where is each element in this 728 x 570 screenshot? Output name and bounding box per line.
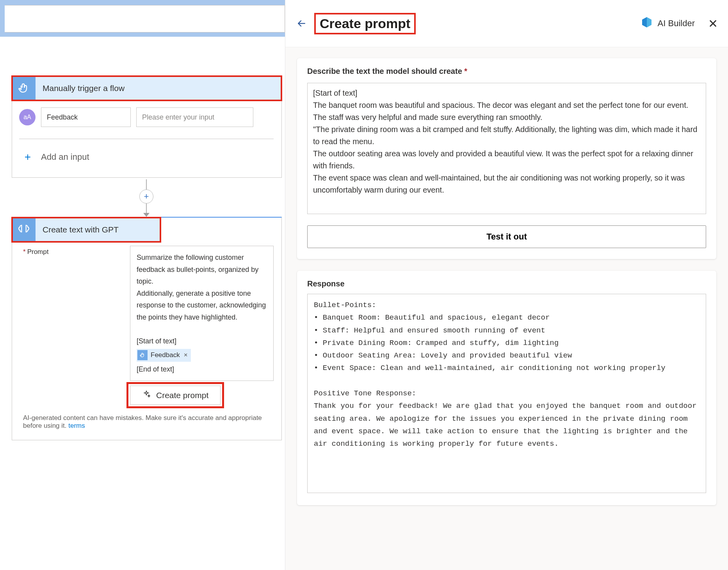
dynamic-content-chip[interactable]: Feedback ×: [137, 349, 191, 362]
sparkle-icon: [142, 390, 151, 400]
touch-icon: [12, 76, 36, 100]
trigger-title: Manually trigger a flow: [43, 84, 125, 93]
action-header[interactable]: Create text with GPT: [12, 218, 160, 242]
flow-designer: Manually trigger a flow aA Feedback Plea…: [0, 0, 285, 570]
create-prompt-panel: Create prompt AI Builder ✕ Describe the …: [285, 0, 728, 570]
touch-icon: [137, 350, 148, 360]
close-button[interactable]: ✕: [708, 17, 718, 30]
chip-label: Feedback: [151, 350, 180, 361]
create-prompt-button[interactable]: Create prompt: [130, 386, 221, 405]
top-search-input[interactable]: [5, 5, 285, 32]
panel-body: Describe the text the model should creat…: [285, 47, 728, 570]
plus-icon: +: [21, 151, 35, 163]
add-input-button[interactable]: + Add an input: [19, 148, 274, 168]
top-search-bar: [0, 0, 285, 37]
describe-card: Describe the text the model should creat…: [297, 58, 716, 259]
panel-title: Create prompt: [317, 15, 413, 32]
ai-builder-logo-icon: [641, 16, 653, 31]
ai-builder-brand: AI Builder: [641, 16, 695, 31]
connector: +: [12, 179, 281, 217]
arrow-down-icon: [143, 213, 150, 217]
add-step-button[interactable]: +: [139, 189, 153, 204]
test-it-out-button[interactable]: Test it out: [307, 225, 706, 248]
brain-icon: [12, 218, 36, 242]
action-body: *Prompt Summarize the following customer…: [12, 242, 281, 440]
flow-canvas: Manually trigger a flow aA Feedback Plea…: [0, 37, 285, 440]
end-marker: [End of text]: [137, 363, 267, 375]
prompt-line2: Additionally, generate a positive tone r…: [137, 288, 267, 323]
terms-link[interactable]: terms: [68, 422, 85, 429]
response-output[interactable]: [307, 294, 706, 493]
add-input-label: Add an input: [41, 152, 89, 162]
describe-label: Describe the text the model should creat…: [307, 67, 706, 76]
response-label: Response: [307, 279, 706, 288]
panel-header: Create prompt AI Builder ✕: [285, 0, 728, 47]
text-type-icon: aA: [19, 109, 36, 125]
trigger-body: aA Feedback Please enter your input + Ad…: [12, 100, 281, 177]
chip-remove-icon[interactable]: ×: [184, 350, 188, 361]
prompt-field-label: *Prompt: [23, 248, 48, 256]
param-name-input[interactable]: Feedback: [41, 107, 131, 127]
trigger-card: Manually trigger a flow aA Feedback Plea…: [12, 76, 282, 178]
response-card: Response: [297, 271, 716, 505]
describe-textarea[interactable]: [307, 83, 706, 214]
start-marker: [Start of text]: [137, 335, 267, 347]
divider: [19, 139, 274, 139]
ai-disclaimer: AI-generated content can have mistakes. …: [23, 414, 274, 430]
back-button[interactable]: [294, 18, 310, 29]
create-prompt-label: Create prompt: [156, 391, 208, 400]
trigger-param-row: aA Feedback Please enter your input: [19, 107, 274, 127]
action-title: Create text with GPT: [43, 225, 119, 234]
param-placeholder-input[interactable]: Please enter your input: [136, 107, 253, 127]
action-card: Create text with GPT *Prompt Summarize t…: [12, 217, 282, 440]
brand-label: AI Builder: [658, 18, 695, 29]
prompt-textarea[interactable]: Summarize the following customer feedbac…: [130, 246, 274, 381]
trigger-header[interactable]: Manually trigger a flow: [12, 76, 281, 100]
prompt-line1: Summarize the following customer feedbac…: [137, 252, 267, 288]
